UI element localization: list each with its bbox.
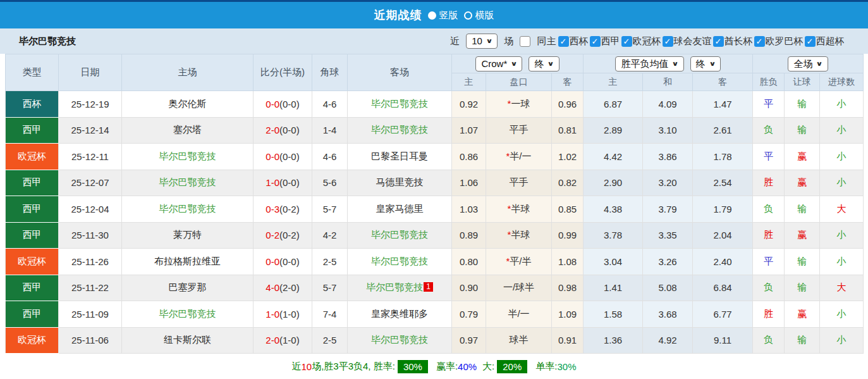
layout-radio-horizontal[interactable]: 横版 [464,9,494,22]
handicap-away-odds: 1.08 [552,249,584,275]
scope-group-header: 全场 ∨ [753,54,864,73]
match-type-badge: 西杯 [6,91,59,118]
home-team-link[interactable]: 毕尔巴鄂竞技 [159,308,216,319]
away-team-link[interactable]: 马德里竞技 [376,177,424,187]
summary-near-count: 10 [301,361,312,372]
match-date: 25-11-22 [59,275,122,301]
match-count-select[interactable]: 10 ∨ [466,34,498,49]
home-team-link[interactable]: 纽卡斯尔联 [164,334,211,345]
handicap-result-value: 赢 [797,308,807,319]
away-team-link[interactable]: 毕尔巴鄂竞技 [371,98,428,109]
result-value: 平 [764,151,773,161]
home-team-link[interactable]: 奥尔伦斯 [169,98,207,109]
handicap-home-odds: 0.86 [452,144,486,170]
away-team-link[interactable]: 巴黎圣日耳曼 [371,151,428,161]
home-team-link[interactable]: 毕尔巴鄂竞技 [159,151,216,161]
league-checkbox[interactable]: ✓ [590,36,601,47]
home-team-link[interactable]: 巴塞罗那 [169,282,207,292]
handicap-home-odds: 0.97 [452,327,486,354]
single-rate-label: 单率: [535,361,557,373]
match-type-badge: 欧冠杯 [6,144,59,170]
team-name: 毕尔巴鄂竞技 [19,35,76,47]
league-checkbox[interactable]: ✓ [805,36,816,47]
match-row: 西甲 25-11-09 毕尔巴鄂竞技 1-0(1-0) 7-4 皇家奥维耶多 0… [6,301,864,328]
handicap-line: 球半 [510,334,529,345]
full-time-score: 1-0 [266,309,279,320]
league-checkbox[interactable]: ✓ [621,36,632,47]
away-team-link[interactable]: 毕尔巴鄂竞技 [371,334,428,345]
match-date: 25-12-19 [59,91,122,118]
goals-result-value: 小 [837,229,847,240]
away-team-link[interactable]: 毕尔巴鄂竞技 [371,124,428,135]
col-header-home: 主场 [122,54,254,91]
summary-near-label: 近 [291,361,301,373]
full-time-score: 0-0 [266,151,279,162]
bookmaker-select[interactable]: Crow* ∨ [475,56,522,71]
handicap-line: 一球 [511,98,530,109]
avg-odds-select[interactable]: 胜平负均值 ∨ [615,56,683,71]
corner-score: 2-5 [312,249,348,275]
avg-draw-odds: 3.86 [643,144,693,170]
same-home-checkbox[interactable] [520,36,530,47]
home-team-link[interactable]: 塞尔塔 [173,124,202,135]
match-row: 欧冠杯 25-11-26 布拉格斯拉维亚 0-0(0-0) 2-5 毕尔巴鄂竞技… [6,249,864,275]
full-time-score: 4-0 [266,282,279,293]
handicap-result-value: 输 [797,98,807,109]
avg-draw-odds: 5.08 [643,275,693,301]
handicap-home-odds: 1.06 [452,170,486,196]
handicap-line: 一/球半 [503,282,534,292]
match-row: 欧冠杯 25-12-11 毕尔巴鄂竞技 0-0(0-0) 4-6 巴黎圣日耳曼 … [6,144,864,170]
league-label: 球会友谊 [674,35,712,47]
avg-home-odds: 1.58 [584,301,643,328]
col-header-corner: 角球 [312,54,348,91]
avg-home-odds: 6.87 [584,91,643,118]
goals-result-value: 小 [837,124,847,135]
home-team-link[interactable]: 毕尔巴鄂竞技 [159,203,216,214]
half-time-score: (0-0) [279,151,300,162]
corner-score: 5-7 [312,275,348,301]
handicap-stage-select[interactable]: 终 ∨ [529,56,559,71]
home-team-link[interactable]: 莱万特 [173,229,202,240]
layout-radio-vertical[interactable]: 竖版 [428,9,458,22]
handicap-result-value: 输 [797,282,807,292]
single-rate-value: 30% [557,361,576,372]
half-time-score: (0-0) [279,177,300,188]
league-checkbox[interactable]: ✓ [663,36,673,47]
match-type-badge: 西甲 [6,222,59,249]
avg-away-odds: 2.61 [693,117,753,144]
away-team-link[interactable]: 皇家奥维耶多 [371,308,428,319]
away-team-link[interactable]: 毕尔巴鄂竞技 [366,282,423,292]
away-team-link[interactable]: 毕尔巴鄂竞技 [371,229,428,240]
match-scope-select[interactable]: 全场 ∨ [788,56,828,71]
away-team-link[interactable]: 毕尔巴鄂竞技 [371,256,428,266]
radio-unchecked-icon[interactable] [464,11,472,20]
match-date: 25-11-30 [59,222,122,249]
league-checkbox[interactable]: ✓ [558,36,569,47]
avg-home-odds: 4.42 [584,144,643,170]
league-filter-item: ✓ 西杯 [558,35,589,47]
league-label: 西超杯 [816,35,845,47]
league-label: 酋长杯 [724,35,753,47]
home-team-link[interactable]: 毕尔巴鄂竞技 [159,177,216,187]
col-header-date: 日期 [59,54,122,91]
avg-away-odds: 1.79 [693,196,753,223]
match-row: 西甲 25-12-07 毕尔巴鄂竞技 1-0(0-0) 5-6 马德里竞技 1.… [6,170,864,196]
league-checkbox[interactable]: ✓ [754,36,765,47]
goals-result-value: 小 [837,256,847,266]
match-row: 西甲 25-11-30 莱万特 0-2(0-2) 4-2 毕尔巴鄂竞技 0.89… [6,222,864,249]
home-team-link[interactable]: 布拉格斯拉维亚 [154,256,221,266]
avg-stage-select[interactable]: 终 ∨ [690,56,721,71]
avg-draw-odds: 3.20 [643,170,693,196]
full-time-score: 2-0 [266,335,279,345]
avg-away-odds: 2.54 [693,170,753,196]
avg-away-odds: 6.84 [693,275,753,301]
away-team-link[interactable]: 皇家马德里 [376,203,424,214]
radio-checked-icon[interactable] [428,11,436,20]
avg-draw-odds: 4.09 [643,91,693,118]
corner-score: 2-5 [312,327,348,354]
col-header-avg-draw: 和 [643,73,693,91]
handicap-home-odds: 0.90 [452,275,486,301]
league-checkbox[interactable]: ✓ [713,36,724,47]
full-time-score: 0-0 [266,256,279,267]
full-time-score: 0-2 [266,230,279,240]
